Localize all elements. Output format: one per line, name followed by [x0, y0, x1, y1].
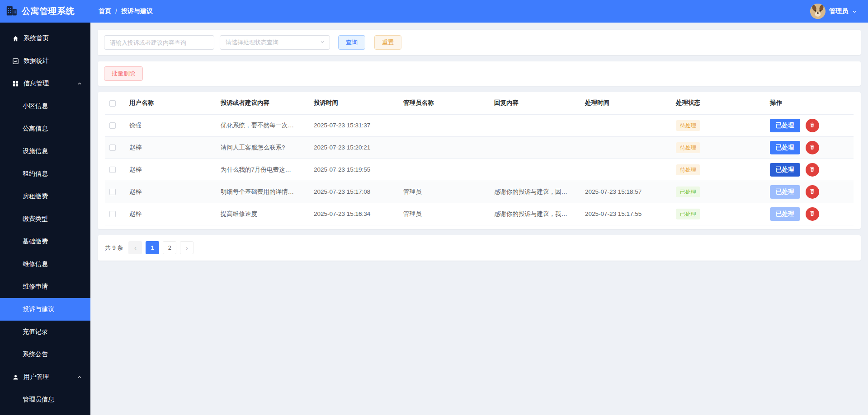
handle-button[interactable]: 已处理 — [770, 141, 800, 154]
delete-button[interactable] — [806, 207, 819, 221]
sidebar-subitem[interactable]: 系统公告 — [0, 343, 90, 366]
chevron-down-icon — [320, 39, 325, 46]
next-page-button[interactable]: › — [180, 241, 193, 254]
avatar[interactable] — [810, 4, 826, 19]
delete-button[interactable] — [806, 163, 819, 177]
sidebar-item-label: 用户管理 — [24, 373, 49, 381]
user-menu[interactable]: 管理员 — [810, 4, 868, 19]
sidebar-item[interactable]: 数据统计 — [0, 50, 90, 72]
chevron-down-icon — [852, 9, 857, 14]
sidebar-subitem[interactable]: 投诉与建议 — [0, 298, 90, 321]
table-column-header: 处理时间 — [580, 92, 671, 114]
status-badge: 已处理 — [676, 187, 700, 197]
cell-complaint-time: 2025-07-23 15:20:21 — [309, 136, 399, 159]
status-badge: 待处理 — [676, 142, 700, 153]
table-toolbar: 批量删除 — [98, 61, 861, 86]
brand: 公寓管理系统 — [0, 5, 90, 18]
sidebar-item[interactable]: 用户管理 — [0, 366, 90, 388]
delete-button[interactable] — [806, 119, 819, 132]
sidebar: 系统首页数据统计信息管理小区信息公寓信息设施信息租约信息房租缴费缴费类型基础缴费… — [0, 23, 90, 415]
handle-button[interactable]: 已处理 — [770, 185, 800, 199]
delete-button[interactable] — [806, 185, 819, 199]
handle-button[interactable]: 已处理 — [770, 163, 800, 177]
sidebar-item[interactable]: 系统首页 — [0, 27, 90, 50]
row-checkbox[interactable] — [109, 167, 116, 173]
pagination: 共 9 条 ‹ 12 › — [98, 235, 861, 261]
cell-handle-time: 2025-07-23 15:18:57 — [580, 181, 671, 203]
cell-admin-name — [399, 136, 490, 159]
select-all-checkbox[interactable] — [109, 100, 116, 107]
row-checkbox[interactable] — [109, 122, 116, 129]
cell-complaint-content: 明细每个基础费用的详情… — [216, 181, 309, 203]
home-icon — [12, 35, 19, 42]
reset-button[interactable]: 重置 — [374, 35, 401, 50]
row-checkbox[interactable] — [109, 145, 116, 151]
status-badge: 已处理 — [676, 209, 700, 219]
query-button[interactable]: 查询 — [338, 35, 365, 50]
row-actions: 已处理 — [770, 119, 849, 132]
sidebar-subitem[interactable]: 小区信息 — [0, 95, 90, 117]
status-select[interactable]: 请选择处理状态查询 — [220, 35, 330, 50]
search-input[interactable] — [104, 35, 214, 50]
sidebar-subitem[interactable]: 房租缴费 — [0, 185, 90, 208]
table-row: 赵梓 请问人工客服怎么联系? 2025-07-23 15:20:21 待处理 已… — [105, 136, 854, 159]
top-header: 公寓管理系统 首页 / 投诉与建议 管理员 — [0, 0, 868, 23]
page-button[interactable]: 2 — [163, 241, 176, 254]
status-badge: 待处理 — [676, 120, 700, 131]
cell-admin-name — [399, 159, 490, 181]
status-select-placeholder: 请选择处理状态查询 — [226, 38, 278, 47]
sidebar-subitem[interactable]: 基础缴费 — [0, 230, 90, 253]
sidebar-subitem[interactable]: 管理员信息 — [0, 388, 90, 411]
sidebar-subitem[interactable]: 充值记录 — [0, 321, 90, 343]
sidebar-subitem[interactable]: 维修申请 — [0, 275, 90, 298]
sidebar-subitem[interactable]: 租约信息 — [0, 163, 90, 185]
sidebar-subitem[interactable]: 公寓信息 — [0, 117, 90, 140]
grid-icon — [12, 80, 19, 87]
row-actions: 已处理 — [770, 185, 849, 199]
cell-reply-content — [490, 114, 580, 136]
trash-icon — [809, 166, 815, 173]
table-column-header: 投诉时间 — [309, 92, 399, 114]
filter-bar: 请选择处理状态查询 查询 重置 — [98, 30, 861, 55]
user-icon — [12, 374, 19, 381]
cell-complaint-content: 优化系统，要不然每一次… — [216, 114, 309, 136]
sidebar-menu: 系统首页数据统计信息管理小区信息公寓信息设施信息租约信息房租缴费缴费类型基础缴费… — [0, 23, 90, 411]
row-actions: 已处理 — [770, 141, 849, 154]
row-checkbox[interactable] — [109, 211, 116, 217]
delete-button[interactable] — [806, 141, 819, 154]
cell-user-name: 徐强 — [125, 114, 216, 136]
sidebar-subitem[interactable]: 维修信息 — [0, 253, 90, 275]
cell-handle-time — [580, 159, 671, 181]
row-actions: 已处理 — [770, 207, 849, 221]
pagination-total: 共 9 条 — [105, 244, 123, 252]
chart-icon — [12, 58, 19, 65]
sidebar-subitem[interactable]: 设施信息 — [0, 140, 90, 163]
batch-delete-button[interactable]: 批量删除 — [104, 66, 143, 81]
breadcrumb-current: 投诉与建议 — [121, 7, 153, 15]
sidebar-subitem[interactable]: 缴费类型 — [0, 208, 90, 230]
cell-complaint-content: 请问人工客服怎么联系? — [216, 136, 309, 159]
cell-admin-name — [399, 114, 490, 136]
building-logo-icon — [5, 5, 18, 18]
table-row: 徐强 优化系统，要不然每一次… 2025-07-23 15:31:37 待处理 … — [105, 114, 854, 136]
cell-complaint-time: 2025-07-23 15:16:34 — [309, 203, 399, 225]
breadcrumb: 首页 / 投诉与建议 — [99, 7, 153, 15]
breadcrumb-home[interactable]: 首页 — [99, 7, 111, 15]
breadcrumb-separator: / — [115, 8, 117, 15]
cell-reply-content: 感谢你的投诉与建议，因… — [490, 181, 580, 203]
cell-complaint-time: 2025-07-23 15:19:55 — [309, 159, 399, 181]
row-checkbox[interactable] — [109, 189, 116, 195]
sidebar-item[interactable]: 信息管理 — [0, 72, 90, 95]
handle-button[interactable]: 已处理 — [770, 207, 800, 221]
table-column-header: 用户名称 — [125, 92, 216, 114]
table-row: 赵梓 明细每个基础费用的详情… 2025-07-23 15:17:08 管理员 … — [105, 181, 854, 203]
user-name: 管理员 — [829, 7, 848, 15]
prev-page-button[interactable]: ‹ — [128, 241, 142, 254]
table-column-header: 处理状态 — [671, 92, 765, 114]
page-button[interactable]: 1 — [146, 241, 159, 254]
cell-handle-time — [580, 114, 671, 136]
cell-complaint-content: 提高维修速度 — [216, 203, 309, 225]
handle-button[interactable]: 已处理 — [770, 119, 800, 132]
chevron-up-icon — [77, 374, 82, 380]
app-title: 公寓管理系统 — [22, 5, 75, 17]
